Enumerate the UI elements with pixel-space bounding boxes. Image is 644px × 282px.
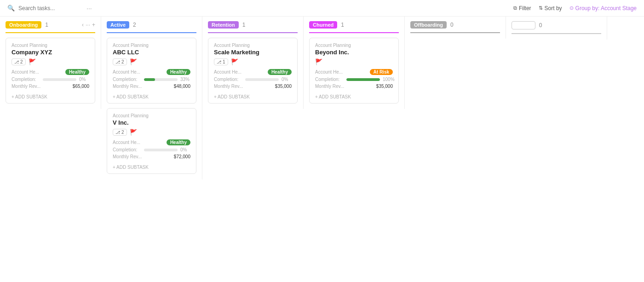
column-header-churned: Churned1 — [309, 17, 399, 33]
completion-label: Completion: — [12, 77, 40, 82]
task-card[interactable]: Account PlanningABC LLC⎇ 2🚩Account He...… — [107, 38, 196, 104]
column-actions-onboarding: ‹···+ — [82, 22, 95, 28]
task-card[interactable]: Account PlanningScale Marketing⎇ 1🚩Accou… — [208, 38, 298, 104]
subtask-count: ⎇ 2 — [12, 58, 26, 65]
flag-icon: 🚩 — [130, 129, 137, 136]
column-count-churned: 1 — [341, 22, 344, 28]
completion-pct: 0% — [282, 77, 292, 82]
revenue-value: $48,000 — [174, 84, 190, 89]
progress-bar-bg — [245, 78, 279, 81]
flag-icon: 🚩 — [29, 58, 36, 65]
progress-bar-bg — [43, 78, 76, 81]
revenue-row: Monthly Rev...$48,000 — [113, 84, 190, 89]
card-category: Account Planning — [113, 113, 190, 118]
column-active: Active2Account PlanningABC LLC⎇ 2🚩Accoun… — [101, 17, 202, 179]
group-label: Group by: Account Stage — [575, 5, 637, 12]
health-label: Account He... — [113, 69, 140, 75]
column-add-icon[interactable]: + — [92, 22, 95, 28]
completion-row: Completion:0% — [12, 77, 89, 82]
card-meta: ⎇ 2🚩 — [12, 58, 89, 65]
health-row: Account He...Healthy — [113, 139, 190, 145]
health-label: Account He... — [12, 69, 39, 75]
revenue-label: Monthly Rev... — [113, 84, 142, 89]
completion-label: Completion: — [315, 77, 344, 82]
subtask-icon: ⎇ — [115, 130, 120, 135]
subtask-icon: ⎇ — [217, 60, 221, 64]
revenue-row: Monthly Rev...$35,000 — [214, 84, 292, 89]
completion-pct: 33% — [180, 77, 190, 82]
flag-icon: 🚩 — [315, 58, 322, 65]
subtask-count: ⎇ 2 — [113, 129, 127, 136]
column-count-offboarding: 0 — [450, 22, 454, 28]
column-churned: Churned1Account PlanningBeyond Inc.🚩Acco… — [304, 17, 405, 109]
completion-pct: 0% — [79, 77, 89, 82]
revenue-row: Monthly Rev...$35,000 — [315, 84, 393, 89]
column-count-active: 2 — [133, 22, 136, 28]
task-card[interactable]: Account PlanningV Inc.⎇ 2🚩Account He...H… — [107, 108, 196, 174]
completion-row: Completion:0% — [113, 147, 190, 152]
group-action[interactable]: ⊙ Group by: Account Stage — [569, 5, 637, 12]
health-badge: Healthy — [65, 69, 89, 75]
completion-row: Completion:100% — [315, 77, 393, 82]
filter-icon: ⧉ — [513, 5, 517, 11]
add-subtask-button[interactable]: + ADD SUBTASK — [214, 92, 292, 99]
stage-badge-onboarding[interactable]: Onboarding — [6, 21, 41, 29]
column-header-empty: Empty0 — [512, 17, 601, 34]
task-card[interactable]: Account PlanningBeyond Inc.🚩Account He..… — [309, 38, 399, 104]
card-category: Account Planning — [12, 43, 89, 48]
revenue-row: Monthly Rev...$65,000 — [12, 84, 89, 89]
health-badge: At Risk — [370, 69, 393, 75]
column-header-retention: Retention1 — [208, 17, 298, 33]
card-meta: ⎇ 2🚩 — [113, 58, 190, 65]
health-row: Account He...Healthy — [113, 69, 190, 75]
card-category: Account Planning — [214, 43, 292, 48]
health-row: Account He...At Risk — [315, 69, 393, 75]
stage-badge-churned[interactable]: Churned — [309, 21, 337, 29]
sort-action[interactable]: ⇅ Sort by — [539, 5, 562, 12]
stage-badge-retention[interactable]: Retention — [208, 21, 239, 29]
more-icon[interactable]: ··· — [86, 5, 92, 12]
card-meta: ⎇ 2🚩 — [113, 129, 190, 136]
group-icon: ⊙ — [569, 5, 574, 11]
add-subtask-button[interactable]: + ADD SUBTASK — [113, 92, 190, 99]
flag-icon: 🚩 — [231, 58, 238, 65]
column-header-offboarding: Offboarding0 — [410, 17, 500, 33]
topbar: 🔍 ··· ⧉ Filter ⇅ Sort by ⊙ Group by: Acc… — [0, 0, 644, 17]
health-row: Account He...Healthy — [12, 69, 89, 75]
card-meta: ⎇ 1🚩 — [214, 58, 292, 65]
health-row: Account He...Healthy — [214, 69, 292, 75]
stage-badge-empty[interactable]: Empty — [512, 21, 535, 29]
search-icon: 🔍 — [7, 5, 15, 12]
add-subtask-button[interactable]: + ADD SUBTASK — [315, 92, 393, 99]
health-label: Account He... — [113, 140, 140, 145]
card-category: Account Planning — [113, 43, 190, 48]
card-category: Account Planning — [315, 43, 393, 48]
card-meta: 🚩 — [315, 58, 393, 65]
revenue-value: $72,000 — [174, 154, 190, 159]
stage-badge-offboarding[interactable]: Offboarding — [410, 21, 447, 29]
kanban-board: Onboarding1‹···+Account PlanningCompany … — [0, 17, 644, 282]
stage-badge-active[interactable]: Active — [107, 21, 129, 29]
card-title: Beyond Inc. — [315, 49, 393, 56]
search-input[interactable] — [18, 5, 83, 12]
sort-icon: ⇅ — [539, 5, 543, 11]
revenue-row: Monthly Rev...$72,000 — [113, 154, 190, 159]
column-count-onboarding: 1 — [45, 22, 48, 28]
column-empty: Empty0 — [506, 17, 607, 40]
chevron-left-icon[interactable]: ‹ — [82, 22, 84, 28]
progress-bar-bg — [144, 78, 178, 81]
add-subtask-button[interactable]: + ADD SUBTASK — [12, 92, 89, 99]
health-badge: Healthy — [167, 69, 190, 75]
filter-action[interactable]: ⧉ Filter — [513, 5, 531, 12]
column-count-retention: 1 — [242, 22, 246, 28]
task-card[interactable]: Account PlanningCompany XYZ⎇ 2🚩Account H… — [6, 38, 95, 104]
completion-pct: 100% — [383, 77, 393, 82]
completion-row: Completion:0% — [214, 77, 292, 82]
revenue-value: $35,000 — [275, 84, 292, 89]
column-header-onboarding: Onboarding1‹···+ — [6, 17, 95, 33]
health-badge: Healthy — [167, 139, 190, 145]
column-more-icon[interactable]: ··· — [86, 22, 90, 28]
column-header-active: Active2 — [107, 17, 196, 33]
revenue-label: Monthly Rev... — [113, 154, 142, 159]
add-subtask-button[interactable]: + ADD SUBTASK — [113, 163, 190, 170]
